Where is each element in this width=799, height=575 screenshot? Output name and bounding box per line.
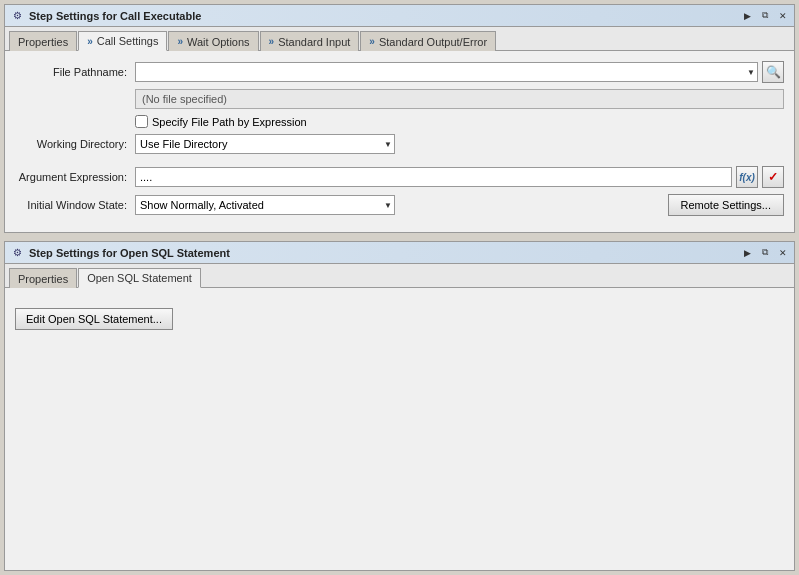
specify-checkbox-row: Specify File Path by Expression [15, 115, 784, 128]
argument-expression-input[interactable] [135, 167, 732, 187]
lower-panel-pin-btn[interactable]: ▶ [740, 246, 754, 260]
lower-tab-bar: Properties Open SQL Statement [5, 264, 794, 288]
file-pathname-label: File Pathname: [15, 66, 135, 78]
tab-properties[interactable]: Properties [9, 31, 77, 51]
specify-label: Specify File Path by Expression [152, 116, 307, 128]
fx-label: f(x) [739, 172, 755, 183]
tab-standard-input-icon: » [269, 36, 275, 47]
lower-panel-title-bar: ⚙ Step Settings for Open SQL Statement ▶… [5, 242, 794, 264]
upper-panel-pin-btn[interactable]: ▶ [740, 9, 754, 23]
file-pathname-field: ▼ 🔍 [135, 61, 784, 83]
tab-standard-input-label: Standard Input [278, 36, 350, 48]
window-state-select[interactable]: Show Normally, Activated Minimized Maxim… [140, 197, 390, 213]
no-file-indent [15, 89, 135, 109]
argument-expression-field: f(x) ✓ [135, 166, 784, 188]
upper-panel-close-btn[interactable]: ✕ [776, 9, 790, 23]
lower-tab-open-sql-label: Open SQL Statement [87, 272, 192, 284]
tab-standard-output-label: Standard Output/Error [379, 36, 487, 48]
working-directory-row: Working Directory: Use File Directory Us… [15, 134, 784, 154]
window-state-field: Show Normally, Activated Minimized Maxim… [135, 194, 784, 216]
file-pathname-row: File Pathname: ▼ 🔍 [15, 61, 784, 83]
working-directory-label: Working Directory: [15, 138, 135, 150]
tab-standard-input[interactable]: » Standard Input [260, 31, 360, 51]
lower-tab-open-sql[interactable]: Open SQL Statement [78, 268, 201, 288]
lower-panel-float-btn[interactable]: ⧉ [758, 246, 772, 260]
upper-panel: ⚙ Step Settings for Call Executable ▶ ⧉ … [4, 4, 795, 233]
specify-field: Specify File Path by Expression [135, 115, 307, 128]
check-button[interactable]: ✓ [762, 166, 784, 188]
lower-tab-properties-label: Properties [18, 273, 68, 285]
upper-panel-title: Step Settings for Call Executable [29, 10, 740, 22]
tab-standard-output-icon: » [369, 36, 375, 47]
upper-tab-bar: Properties » Call Settings » Wait Option… [5, 27, 794, 51]
lower-panel-content: Edit Open SQL Statement... [5, 288, 794, 570]
lower-panel-controls: ▶ ⧉ ✕ [740, 246, 790, 260]
lower-panel-title: Step Settings for Open SQL Statement [29, 247, 740, 259]
no-file-value: (No file specified) [135, 89, 784, 109]
lower-tab-properties[interactable]: Properties [9, 268, 77, 288]
browse-button[interactable]: 🔍 [762, 61, 784, 83]
working-directory-field: Use File Directory Use Directory None ▼ [135, 134, 784, 154]
window-state-combo[interactable]: Show Normally, Activated Minimized Maxim… [135, 195, 395, 215]
upper-panel-controls: ▶ ⧉ ✕ [740, 9, 790, 23]
no-file-row: (No file specified) [15, 89, 784, 109]
tab-standard-output[interactable]: » Standard Output/Error [360, 31, 496, 51]
tab-wait-options-label: Wait Options [187, 36, 250, 48]
edit-sql-label: Edit Open SQL Statement... [26, 313, 162, 325]
window-state-label: Initial Window State: [15, 199, 135, 211]
tab-call-settings[interactable]: » Call Settings [78, 31, 167, 51]
file-pathname-combo[interactable]: ▼ [135, 62, 758, 82]
upper-panel-content: File Pathname: ▼ 🔍 (No file specified) [5, 51, 794, 232]
tab-properties-label: Properties [18, 36, 68, 48]
working-directory-select[interactable]: Use File Directory Use Directory None [140, 136, 390, 152]
specify-checkbox[interactable] [135, 115, 148, 128]
remote-settings-label: Remote Settings... [681, 199, 772, 211]
argument-expression-label: Argument Expression: [15, 171, 135, 183]
check-label: ✓ [768, 170, 778, 184]
tab-wait-options-icon: » [177, 36, 183, 47]
lower-panel-icon: ⚙ [9, 245, 25, 261]
file-pathname-select[interactable] [140, 64, 753, 80]
tab-wait-options[interactable]: » Wait Options [168, 31, 258, 51]
working-directory-combo[interactable]: Use File Directory Use Directory None ▼ [135, 134, 395, 154]
tab-call-settings-label: Call Settings [97, 35, 159, 47]
edit-sql-button[interactable]: Edit Open SQL Statement... [15, 308, 173, 330]
fx-button[interactable]: f(x) [736, 166, 758, 188]
lower-panel: ⚙ Step Settings for Open SQL Statement ▶… [4, 241, 795, 571]
lower-panel-close-btn[interactable]: ✕ [776, 246, 790, 260]
upper-panel-title-bar: ⚙ Step Settings for Call Executable ▶ ⧉ … [5, 5, 794, 27]
main-container: ⚙ Step Settings for Call Executable ▶ ⧉ … [0, 0, 799, 575]
remote-settings-button[interactable]: Remote Settings... [668, 194, 785, 216]
upper-panel-icon: ⚙ [9, 8, 25, 24]
tab-call-settings-icon: » [87, 36, 93, 47]
argument-expression-row: Argument Expression: f(x) ✓ [15, 166, 784, 188]
upper-panel-float-btn[interactable]: ⧉ [758, 9, 772, 23]
window-state-row: Initial Window State: Show Normally, Act… [15, 194, 784, 216]
